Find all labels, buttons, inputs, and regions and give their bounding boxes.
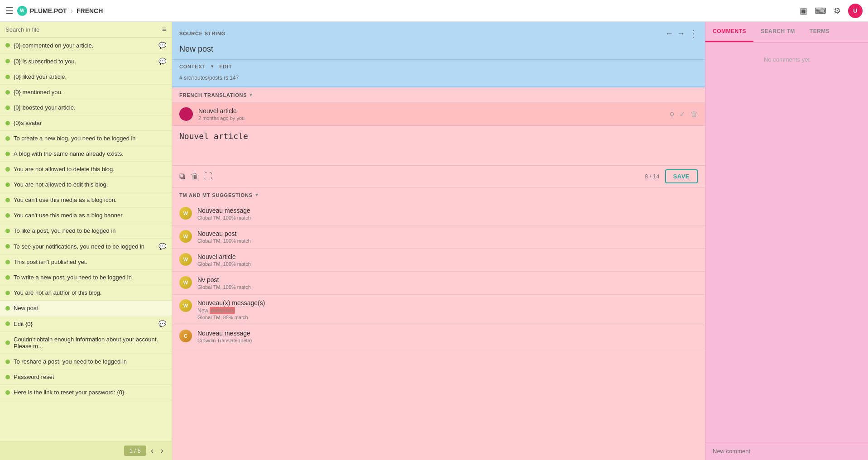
list-item[interactable]: {0}s avatar [0, 115, 172, 131]
item-text: You can't use this media as a blog icon. [14, 196, 166, 203]
list-item[interactable]: Password reset [0, 369, 172, 385]
item-text: {0} mentioned you. [14, 89, 166, 96]
list-item[interactable]: To reshare a post, you need to be logged… [0, 354, 172, 369]
new-comment-input[interactable] [713, 448, 861, 455]
suggestions-label: TM AND MT SUGGESTIONS [179, 192, 253, 198]
nav-right: ▣ ⌨ ⚙ U [800, 4, 863, 18]
item-text: To create a new blog, you need to be log… [14, 135, 166, 142]
source-more-button[interactable]: ⋮ [689, 28, 698, 39]
list-item[interactable]: You are not allowed to edit this blog. [0, 177, 172, 192]
suggestions-dropdown[interactable]: ▾ [255, 192, 259, 198]
list-item[interactable]: {0} liked your article. [0, 69, 172, 85]
list-item[interactable]: To create a new blog, you need to be log… [0, 131, 172, 146]
fullscreen-icon[interactable]: ⛶ [204, 172, 212, 181]
list-item[interactable]: You are not allowed to delete this blog. [0, 162, 172, 177]
translations-label: FRENCH TRANSLATIONS [179, 92, 247, 98]
context-dropdown[interactable]: ▾ [211, 63, 214, 69]
weblate-tm-icon: W [179, 230, 192, 243]
list-item[interactable]: Edit {0} 💬 [0, 316, 172, 332]
tab-search-tm[interactable]: SEARCH TM [753, 22, 802, 42]
list-item[interactable]: You can't use this media as a blog icon. [0, 192, 172, 208]
entry-avatar [179, 107, 193, 121]
keyboard-icon[interactable]: ⌨ [815, 6, 826, 16]
item-text: You are not allowed to edit this blog. [14, 181, 166, 188]
nav-chevron: › [71, 7, 73, 15]
translation-input[interactable]: Nouvel article [179, 131, 698, 158]
status-dot [5, 213, 10, 218]
status-dot [5, 167, 10, 172]
settings-icon[interactable]: ⚙ [834, 6, 841, 16]
suggestion-text: Nouvel article [197, 253, 698, 260]
comment-icon: 💬 [158, 42, 166, 49]
weblate-tm-icon: W [179, 253, 192, 266]
delete-icon[interactable]: 🗑 [191, 172, 199, 181]
suggestion-item[interactable]: W Nouvel article Global TM, 100% match [172, 249, 705, 272]
prev-page-button[interactable]: ‹ [148, 445, 156, 456]
list-item[interactable]: Couldn't obtain enough information about… [0, 332, 172, 354]
item-text: {0}s avatar [14, 120, 166, 126]
next-page-button[interactable]: › [158, 445, 166, 456]
item-text: You can't use this media as a blog banne… [14, 212, 166, 219]
list-item[interactable]: You can't use this media as a blog banne… [0, 208, 172, 223]
list-item[interactable]: New post [0, 301, 172, 316]
item-text: To like a post, you need to be logged in [14, 227, 166, 234]
tab-terms[interactable]: TERMS [802, 22, 837, 42]
pagination: 1 / 5 ‹ › [0, 441, 172, 460]
source-prev-button[interactable]: ← [665, 29, 673, 38]
list-item[interactable]: {0} is subscribed to you. 💬 [0, 53, 172, 69]
toolbar-right: 8 / 14 SAVE [645, 169, 698, 183]
suggestion-content: Nouveau post Global TM, 100% match [197, 230, 698, 244]
list-item[interactable]: To see your notifications, you need to b… [0, 239, 172, 254]
menu-icon[interactable]: ☰ [5, 5, 14, 16]
status-dot [5, 136, 10, 141]
status-dot [5, 375, 10, 379]
suggestion-meta: Global TM, 100% match [197, 215, 698, 220]
status-dot [5, 229, 10, 233]
suggestion-item[interactable]: W Nouveau message Global TM, 100% match [172, 202, 705, 225]
status-dot [5, 340, 10, 345]
filter-icon[interactable]: ≡ [162, 25, 166, 34]
suggestion-meta: Crowdin Translate (beta) [197, 338, 698, 343]
layout-icon[interactable]: ▣ [800, 6, 807, 16]
suggestion-item[interactable]: W Nv post Global TM, 100% match [172, 272, 705, 295]
copy-icon[interactable]: ⧉ [179, 172, 185, 181]
item-text: Couldn't obtain enough information about… [14, 336, 166, 350]
list-item[interactable]: A blog with the same name already exists… [0, 146, 172, 162]
edit-label[interactable]: EDIT [219, 64, 232, 69]
item-text: You are not allowed to delete this blog. [14, 166, 166, 172]
comment-icon: 💬 [158, 58, 166, 65]
suggestion-item[interactable]: C Nouveau message Crowdin Translate (bet… [172, 325, 705, 348]
translations-dropdown[interactable]: ▾ [249, 92, 253, 98]
delete-entry-button[interactable]: 🗑 [691, 110, 698, 118]
tab-comments[interactable]: COMMENTS [705, 22, 753, 42]
suggestion-item[interactable]: W Nouveau(x) message(s)New postposts Glo… [172, 295, 705, 325]
status-dot [5, 275, 10, 280]
list-item[interactable]: {0} commented on your article. 💬 [0, 38, 172, 53]
item-text: You are not an author of this blog. [14, 289, 166, 296]
nav-logo[interactable]: W PLUME.POT [17, 6, 67, 16]
list-item[interactable]: To like a post, you need to be logged in [0, 223, 172, 239]
status-dot [5, 182, 10, 187]
list-item[interactable]: This post isn't published yet. [0, 254, 172, 270]
approve-button[interactable]: ✓ [679, 110, 685, 119]
list-item[interactable]: {0} boosted your article. [0, 100, 172, 115]
source-label: SOURCE STRING [179, 31, 225, 36]
item-text: To reshare a post, you need to be logged… [14, 358, 166, 365]
suggestion-item[interactable]: W Nouveau post Global TM, 100% match [172, 225, 705, 249]
list-item[interactable]: {0} mentioned you. [0, 85, 172, 100]
item-text: {0} liked your article. [14, 73, 166, 80]
suggestion-meta: Global TM, 100% match [197, 284, 698, 290]
pagination-label: 1 / 5 [124, 446, 146, 456]
list-item[interactable]: Here is the link to reset your password:… [0, 385, 172, 400]
search-input[interactable] [5, 26, 158, 33]
save-button[interactable]: SAVE [665, 169, 698, 183]
suggestion-meta: Global TM, 88% match [197, 315, 698, 320]
status-dot [5, 359, 10, 364]
list-item[interactable]: You are not an author of this blog. [0, 285, 172, 301]
list-item[interactable]: To write a new post, you need to be logg… [0, 270, 172, 285]
avatar[interactable]: U [848, 4, 863, 18]
item-text: Edit {0} [14, 321, 155, 327]
right-tabs: COMMENTSSEARCH TMTERMS [705, 22, 868, 43]
status-dot [5, 59, 10, 63]
source-next-button[interactable]: → [677, 29, 685, 38]
